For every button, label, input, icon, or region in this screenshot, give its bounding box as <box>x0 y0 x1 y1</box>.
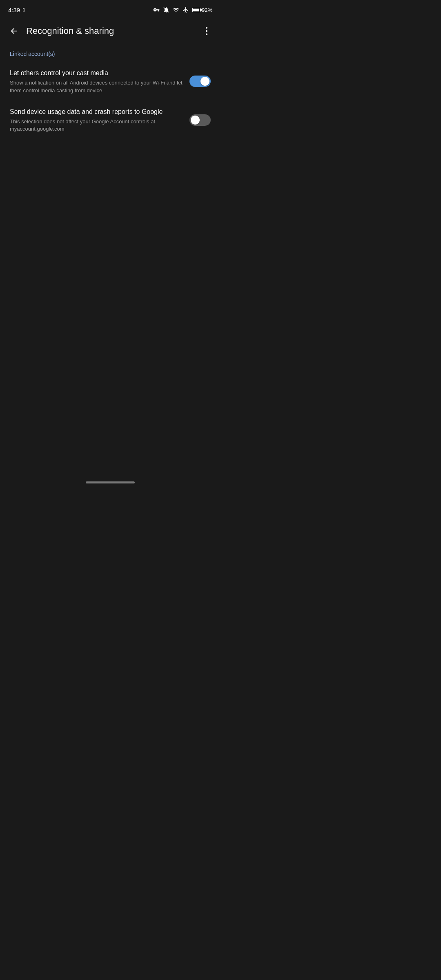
home-indicator <box>86 481 135 483</box>
battery-indicator: 92% <box>192 7 212 13</box>
bell-muted-icon <box>163 7 169 13</box>
status-left: 4:39 1 <box>8 7 25 13</box>
more-options-button[interactable] <box>198 22 216 40</box>
setting-text-cast-media: Let others control your cast media Show … <box>10 69 189 94</box>
setting-text-usage-data: Send device usage data and crash reports… <box>10 107 189 133</box>
toggle-cast-media[interactable] <box>189 76 211 87</box>
settings-content: Linked account(s) Let others control you… <box>0 44 220 140</box>
more-dots-icon <box>206 27 207 35</box>
airplane-icon <box>183 7 189 13</box>
back-button[interactable] <box>5 22 23 40</box>
status-time: 4:39 <box>8 7 20 13</box>
setting-title-cast-media: Let others control your cast media <box>10 69 183 78</box>
status-right: 92% <box>153 7 212 13</box>
app-bar: Recognition & sharing <box>0 18 220 44</box>
setting-desc-cast-media: Show a notification on all Android devic… <box>10 79 183 94</box>
page-title: Recognition & sharing <box>26 26 198 36</box>
setting-item-cast-media[interactable]: Let others control your cast media Show … <box>8 62 212 101</box>
section-header-linked-accounts: Linked account(s) <box>8 44 212 62</box>
status-bar: 4:39 1 92% <box>0 0 220 18</box>
status-signal: 1 <box>22 7 25 13</box>
back-arrow-icon <box>9 27 18 36</box>
toggle-thumb-usage-data <box>191 116 200 125</box>
battery-percent: 92% <box>202 7 212 13</box>
key-icon <box>153 7 160 13</box>
setting-title-usage-data: Send device usage data and crash reports… <box>10 107 183 116</box>
setting-item-usage-data[interactable]: Send device usage data and crash reports… <box>8 101 212 140</box>
wifi-icon <box>173 7 179 13</box>
setting-desc-usage-data: This selection does not affect your Goog… <box>10 118 183 133</box>
toggle-usage-data[interactable] <box>189 114 211 126</box>
